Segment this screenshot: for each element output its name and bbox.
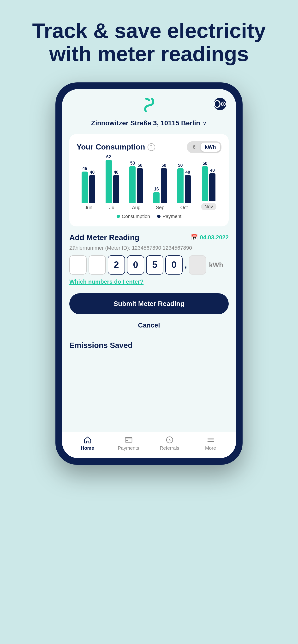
bar-group: 6240 [106,160,119,203]
referrals-icon: € [166,436,174,444]
app-header [62,89,236,119]
consumption-legend-label: Consumption [122,214,150,219]
bar-group: 5040 [202,166,215,201]
address-chevron-icon: ∨ [203,120,207,126]
nav-label-payments: Payments [118,446,139,451]
submit-meter-button[interactable]: Submit Meter Reading [69,293,229,314]
which-numbers-link[interactable]: Which numbers do I enter? [69,278,229,285]
chart-month-jun: 4540Jun [82,172,95,210]
payment-legend-dot [157,215,161,218]
bar-group: 5350 [129,166,143,203]
nav-label-referrals: Referrals [160,446,179,451]
meter-title: Add Meter Reading [69,233,139,242]
nav-label-more: More [205,446,216,451]
nav-item-referrals[interactable]: € Referrals [149,436,190,451]
toggle-euro[interactable]: € [188,142,200,152]
svg-rect-2 [125,438,132,442]
meter-date: 📅 04.03.2022 [191,234,229,241]
chart-month-sep: 1650Sep [153,168,167,210]
nav-item-more[interactable]: More [190,436,231,451]
nav-item-home[interactable]: Home [67,436,108,451]
toggle-kwh[interactable]: kWh [201,142,220,152]
digit-5[interactable]: 0 [165,256,183,274]
more-icon [207,436,215,444]
meter-section: Add Meter Reading 📅 04.03.2022 Zählernum… [62,226,236,293]
svg-rect-4 [126,440,128,441]
meter-id-label: Zählernummer (Meter ID): 1234567890 1234… [69,245,229,251]
digit-2[interactable]: 2 [108,256,125,274]
cancel-button[interactable]: Cancel [69,318,229,332]
page-headline: Track & save electricity with meter read… [0,19,298,66]
home-icon [83,436,92,444]
digit-0[interactable] [69,256,87,274]
chart-month-aug: 5350Aug [129,166,143,210]
bar-group: 1650 [153,168,167,203]
unit-toggle[interactable]: € kWh [187,141,221,153]
chart-month-oct: 5040Oct [177,168,191,210]
emissions-section: Emissions Saved [62,335,236,352]
calendar-icon: 📅 [191,234,198,241]
digit-3[interactable]: 0 [127,256,144,274]
address-bar[interactable]: Zinnowitzer Straße 3, 10115 Berlin ∨ [62,119,236,132]
consumption-card: Your Consumption ? € kWh 4540Jun6240Jul5… [69,134,229,226]
consumption-legend-dot [117,215,120,218]
chart-month-jul: 6240Jul [106,160,119,210]
svg-point-1 [223,103,224,104]
svg-text:€: € [169,438,171,442]
bottom-nav: Home Payments € Referrals [62,432,236,458]
digit-6[interactable] [189,256,206,274]
notification-icon[interactable] [214,98,226,110]
digit-1[interactable] [89,256,106,274]
digit-4[interactable]: 5 [146,256,163,274]
chart-legend: Consumption Payment [77,214,221,222]
bar-group: 4540 [82,172,95,203]
consumption-chart: 4540Jun6240Jul5350Aug1650Sep5040Oct5040N… [77,158,221,210]
nav-item-payments[interactable]: Payments [108,436,149,451]
emissions-title: Emissions Saved [69,341,229,350]
address-text: Zinnowitzer Straße 3, 10115 Berlin [91,119,200,127]
phone-screen: Zinnowitzer Straße 3, 10115 Berlin ∨ You… [62,89,236,458]
payments-icon [124,436,133,444]
consumption-title: Your Consumption ? [77,142,155,152]
phone-frame: Zinnowitzer Straße 3, 10115 Berlin ∨ You… [55,82,243,465]
nav-label-home: Home [81,446,94,451]
chart-month-nov: 5040Nov [201,166,216,210]
app-logo [143,98,155,114]
help-icon[interactable]: ? [147,143,155,151]
comma-separator: , [185,260,187,270]
bar-group: 5040 [177,168,191,203]
meter-actions: Submit Meter Reading Cancel [62,293,236,335]
meter-digit-row: 2 0 5 0 , kWh [69,256,229,274]
payment-legend-label: Payment [163,214,181,219]
kwh-unit-label: kWh [209,261,223,269]
